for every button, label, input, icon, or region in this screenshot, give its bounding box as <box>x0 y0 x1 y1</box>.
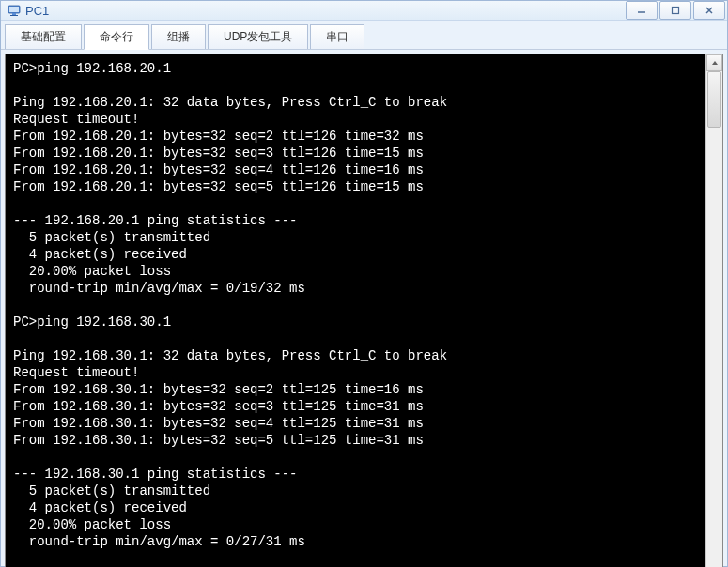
window-title: PC1 <box>25 4 49 18</box>
scrollbar[interactable] <box>705 54 722 567</box>
svg-rect-3 <box>10 15 18 16</box>
close-button[interactable] <box>693 1 725 20</box>
tabbar: 基础配置 命令行 组播 UDP发包工具 串口 <box>1 21 727 50</box>
tab-udp-tool[interactable]: UDP发包工具 <box>208 24 308 49</box>
terminal-container: PC>ping 192.168.20.1 Ping 192.168.20.1: … <box>5 54 723 567</box>
titlebar-left: PC1 <box>7 3 49 18</box>
tab-command-line[interactable]: 命令行 <box>84 24 149 50</box>
svg-rect-5 <box>673 8 679 14</box>
svg-marker-8 <box>712 61 718 65</box>
terminal-output[interactable]: PC>ping 192.168.20.1 Ping 192.168.20.1: … <box>6 54 705 567</box>
window-buttons <box>626 1 727 20</box>
maximize-button[interactable] <box>659 1 691 20</box>
app-window: PC1 基础配置 命令行 组播 UDP发包工具 串口 PC>ping 192.1… <box>0 0 728 567</box>
titlebar: PC1 <box>1 1 727 21</box>
tab-serial[interactable]: 串口 <box>310 24 364 49</box>
svg-rect-2 <box>12 13 16 15</box>
svg-rect-1 <box>9 7 19 12</box>
tab-basic-config[interactable]: 基础配置 <box>5 24 82 49</box>
tab-multicast[interactable]: 组播 <box>151 24 206 49</box>
app-icon <box>7 3 22 18</box>
minimize-button[interactable] <box>626 1 658 20</box>
scroll-up-button[interactable] <box>706 54 722 71</box>
scroll-thumb[interactable] <box>707 71 721 128</box>
